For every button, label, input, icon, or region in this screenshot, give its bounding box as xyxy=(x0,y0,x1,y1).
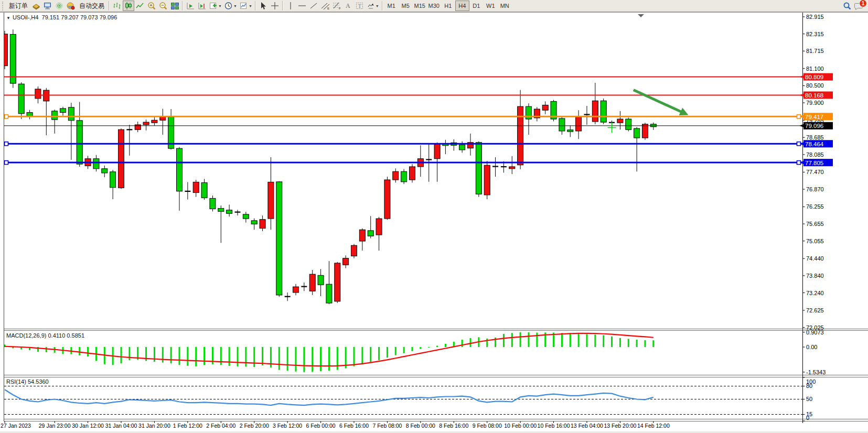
horizontal-line-tool-icon[interactable] xyxy=(296,1,308,11)
zoom-in-icon[interactable] xyxy=(146,1,157,11)
svg-text:74.440: 74.440 xyxy=(806,255,824,262)
chart-shift-icon[interactable] xyxy=(196,1,208,11)
svg-text:-1.5343: -1.5343 xyxy=(806,369,826,375)
svg-text:13 Feb 20:00: 13 Feb 20:00 xyxy=(604,423,636,429)
chevron-down-icon[interactable]: ▼ xyxy=(218,4,222,8)
svg-text:77.470: 77.470 xyxy=(806,169,824,175)
svg-text:31 Jan 20:00: 31 Jan 20:00 xyxy=(138,423,170,429)
svg-text:14 Feb 12:00: 14 Feb 12:00 xyxy=(637,423,670,429)
new-order-button[interactable]: 新订单 xyxy=(6,1,30,11)
svg-text:E: E xyxy=(327,7,329,10)
signal-icon[interactable] xyxy=(53,1,65,11)
svg-text:80: 80 xyxy=(806,383,812,389)
svg-text:T: T xyxy=(358,3,362,9)
search-icon[interactable] xyxy=(841,1,853,11)
tab-timeframe-m30[interactable]: M30 xyxy=(427,1,441,11)
svg-text:6 Feb 00:00: 6 Feb 00:00 xyxy=(306,423,336,429)
svg-text:A: A xyxy=(346,2,350,9)
terminal-icon[interactable] xyxy=(42,1,53,11)
svg-text:50: 50 xyxy=(806,396,812,402)
toolbar-grip xyxy=(2,2,5,10)
arrows-tool-icon[interactable]: ▼ xyxy=(366,1,380,11)
toolbar-separator xyxy=(382,1,383,10)
svg-text:3 Feb 12:00: 3 Feb 12:00 xyxy=(273,423,302,429)
tab-timeframe-w1[interactable]: W1 xyxy=(484,1,498,11)
time-axis[interactable]: 27 Jan 202329 Jan 23:0030 Jan 12:0031 Ja… xyxy=(1,421,670,429)
price-level-badge: 79.417 xyxy=(800,113,833,120)
chevron-down-icon[interactable]: ▼ xyxy=(249,4,252,8)
svg-text:77.805: 77.805 xyxy=(805,160,823,166)
svg-text:7 Feb 08:00: 7 Feb 08:00 xyxy=(372,423,402,429)
gold-bar-icon[interactable] xyxy=(30,1,42,11)
svg-text:78.085: 78.085 xyxy=(806,151,824,158)
svg-text:30 Jan 12:00: 30 Jan 12:00 xyxy=(72,423,104,429)
svg-text:76.255: 76.255 xyxy=(806,203,824,210)
notifications-chat-icon[interactable]: 1 xyxy=(853,1,865,11)
trendline-tool-icon[interactable] xyxy=(308,1,319,11)
svg-text:80.809: 80.809 xyxy=(805,74,823,80)
svg-text:2 Feb 20:00: 2 Feb 20:00 xyxy=(240,423,269,429)
svg-text:0.00: 0.00 xyxy=(806,344,817,350)
zoom-out-icon[interactable] xyxy=(157,1,169,11)
cursor-tool-icon[interactable] xyxy=(258,1,269,11)
periods-button[interactable]: ▼ xyxy=(223,1,238,11)
svg-text:1 Feb 12:00: 1 Feb 12:00 xyxy=(173,423,202,429)
tab-timeframe-m15[interactable]: M15 xyxy=(413,1,427,11)
svg-text:82.915: 82.915 xyxy=(806,14,824,20)
tab-timeframe-mn[interactable]: MN xyxy=(498,1,512,11)
templates-button[interactable]: ▼ xyxy=(238,1,253,11)
vertical-line-tool-icon[interactable] xyxy=(285,1,296,11)
svg-text:29 Jan 23:00: 29 Jan 23:00 xyxy=(39,423,71,429)
svg-text:0: 0 xyxy=(806,415,809,421)
svg-text:27 Jan 2023: 27 Jan 2023 xyxy=(1,423,31,429)
svg-text:76.870: 76.870 xyxy=(806,186,824,192)
tab-timeframe-h4[interactable]: H4 xyxy=(455,1,469,11)
channel-tool-icon[interactable]: E xyxy=(319,1,331,11)
svg-text:72.625: 72.625 xyxy=(806,307,824,313)
chevron-down-icon[interactable]: ▼ xyxy=(233,4,237,8)
svg-text:F: F xyxy=(339,7,341,10)
svg-text:82.315: 82.315 xyxy=(806,31,824,37)
bar-chart-icon[interactable] xyxy=(111,1,123,11)
tab-timeframe-m1[interactable]: M1 xyxy=(384,1,399,11)
line-chart-icon[interactable] xyxy=(134,1,146,11)
tab-timeframe-h1[interactable]: H1 xyxy=(441,1,455,11)
toolbar-separator xyxy=(109,1,110,10)
fibonacci-tool-icon[interactable]: F xyxy=(331,1,342,11)
auto-scroll-icon[interactable] xyxy=(185,1,196,11)
price-chart-canvas[interactable]: 82.91582.31581.71581.10080.50079.90079.2… xyxy=(0,0,868,433)
svg-text:80.168: 80.168 xyxy=(805,92,823,99)
crosshair-tool-icon[interactable] xyxy=(269,1,281,11)
autotrade-button[interactable]: 自动交易 xyxy=(77,1,107,11)
svg-text:8 Feb 16:00: 8 Feb 16:00 xyxy=(439,423,468,429)
toolbar-separator xyxy=(255,1,256,10)
tile-windows-icon[interactable] xyxy=(169,1,180,11)
svg-text:73.240: 73.240 xyxy=(806,290,824,296)
svg-text:10 Feb 16:00: 10 Feb 16:00 xyxy=(538,423,570,429)
svg-text:8 Feb 00:00: 8 Feb 00:00 xyxy=(406,423,435,429)
toolbar-separator xyxy=(182,1,183,10)
tab-timeframe-m5[interactable]: M5 xyxy=(399,1,413,11)
svg-text:13 Feb 04:00: 13 Feb 04:00 xyxy=(571,423,603,429)
svg-text:78.464: 78.464 xyxy=(805,141,824,147)
text-label-tool-icon[interactable]: T xyxy=(354,1,366,11)
svg-text:81.100: 81.100 xyxy=(806,66,824,72)
svg-text:79.417: 79.417 xyxy=(805,114,823,120)
svg-text:9 Feb 08:00: 9 Feb 08:00 xyxy=(473,423,502,429)
candlestick-chart-icon[interactable] xyxy=(123,1,134,11)
indicators-button[interactable]: ▼ xyxy=(208,1,223,11)
price-level-badge: 77.805 xyxy=(800,159,833,166)
svg-text:73.840: 73.840 xyxy=(806,273,824,279)
mt4-window: 新订单 xyxy=(0,0,868,433)
price-level-badge: 78.464 xyxy=(800,140,833,147)
svg-text:0.9073: 0.9073 xyxy=(806,329,824,335)
tab-timeframe-d1[interactable]: D1 xyxy=(469,1,484,11)
chevron-down-icon[interactable]: ▼ xyxy=(376,4,379,8)
text-tool-icon[interactable]: A xyxy=(342,1,354,11)
price-level-badge: 80.809 xyxy=(800,73,833,81)
svg-text:81.715: 81.715 xyxy=(806,48,824,54)
autotrade-icon[interactable] xyxy=(65,1,77,11)
price-level-badge: 80.168 xyxy=(800,91,833,99)
svg-text:80.500: 80.500 xyxy=(806,82,824,89)
svg-text:31 Jan 04:00: 31 Jan 04:00 xyxy=(105,423,137,429)
